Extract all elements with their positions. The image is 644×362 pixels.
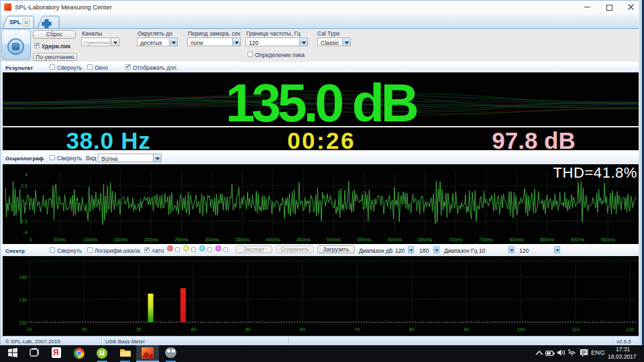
svg-text:140: 140 bbox=[19, 275, 27, 280]
svg-text:-4: -4 bbox=[23, 230, 28, 235]
svg-text:10: 10 bbox=[27, 327, 32, 332]
svg-text:2.5: 2.5 bbox=[21, 184, 28, 188]
svg-text:700ms: 700ms bbox=[449, 237, 464, 242]
svg-text:550ms: 550ms bbox=[357, 237, 372, 242]
svg-text:900ms: 900ms bbox=[570, 237, 585, 242]
svg-text:350ms: 350ms bbox=[235, 237, 250, 242]
svg-text:650ms: 650ms bbox=[418, 237, 433, 242]
svg-text:110: 110 bbox=[572, 327, 579, 332]
svg-text:450ms: 450ms bbox=[297, 237, 311, 242]
svg-text:100: 100 bbox=[517, 327, 525, 332]
svg-text:0: 0 bbox=[30, 237, 32, 242]
svg-text:80: 80 bbox=[409, 327, 415, 332]
svg-text:400ms: 400ms bbox=[266, 237, 280, 242]
svg-text:950ms: 950ms bbox=[601, 237, 616, 242]
svg-text:120: 120 bbox=[627, 327, 635, 332]
svg-text:60: 60 bbox=[300, 327, 305, 332]
svg-text:300ms: 300ms bbox=[205, 237, 219, 242]
svg-text:600ms: 600ms bbox=[388, 237, 402, 242]
svg-text:200ms: 200ms bbox=[144, 237, 159, 242]
svg-text:120: 120 bbox=[19, 320, 27, 325]
svg-text:40: 40 bbox=[191, 327, 196, 332]
svg-text:4: 4 bbox=[25, 172, 28, 177]
svg-text:500ms: 500ms bbox=[327, 237, 341, 242]
svg-text:150ms: 150ms bbox=[113, 237, 128, 242]
svg-text:750ms: 750ms bbox=[479, 237, 494, 242]
svg-text:50ms: 50ms bbox=[54, 237, 66, 242]
svg-text:100ms: 100ms bbox=[83, 237, 98, 242]
svg-text:20: 20 bbox=[82, 327, 87, 332]
svg-text:800ms: 800ms bbox=[509, 237, 524, 242]
svg-text:90: 90 bbox=[464, 327, 469, 332]
svg-text:70: 70 bbox=[355, 327, 360, 332]
svg-text:130: 130 bbox=[19, 298, 27, 302]
svg-text:250ms: 250ms bbox=[174, 237, 189, 242]
svg-text:50: 50 bbox=[246, 327, 251, 332]
svg-text:30: 30 bbox=[136, 327, 142, 332]
svg-text:850ms: 850ms bbox=[540, 237, 555, 242]
